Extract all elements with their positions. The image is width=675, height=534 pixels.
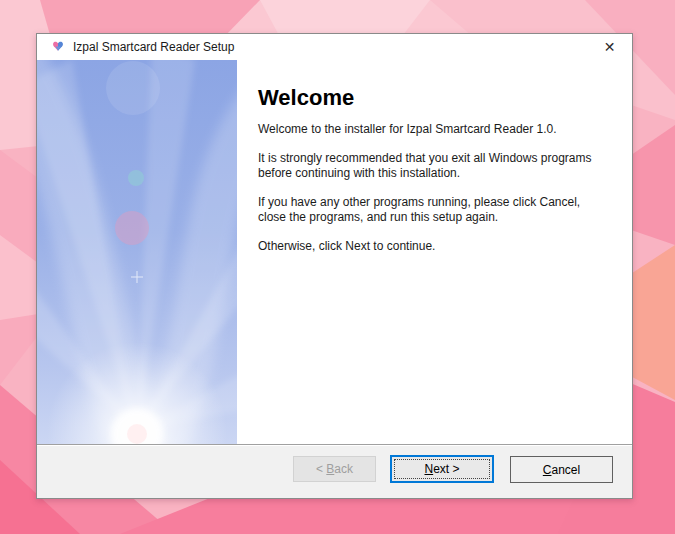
back-button[interactable]: < Back — [293, 456, 376, 482]
wizard-content: Welcome Welcome to the installer for Izp… — [237, 60, 632, 444]
titlebar[interactable]: Izpal Smartcard Reader Setup ✕ — [37, 34, 632, 60]
recommendation-text: It is strongly recommended that you exit… — [258, 151, 608, 181]
next-instruction-text: Otherwise, click Next to continue. — [258, 239, 608, 254]
close-button[interactable]: ✕ — [587, 34, 632, 60]
back-button-label-pre: < — [316, 462, 326, 476]
button-bar: < Back Next > Cancel — [37, 444, 632, 498]
wizard-banner-image — [37, 60, 237, 444]
cancel-button-label-post: ancel — [551, 463, 580, 477]
window-title: Izpal Smartcard Reader Setup — [73, 40, 234, 54]
page-title: Welcome — [258, 85, 608, 111]
setup-wizard-window: Izpal Smartcard Reader Setup ✕ — [36, 33, 633, 499]
next-button-label-post: ext > — [433, 462, 459, 476]
back-button-label-post: ack — [334, 462, 353, 476]
next-button-accel: N — [424, 462, 433, 476]
heart-icon — [50, 39, 66, 55]
wizard-body: Welcome Welcome to the installer for Izp… — [37, 60, 632, 444]
welcome-text: Welcome to the installer for Izpal Smart… — [258, 122, 608, 137]
cancel-instruction-text: If you have any other programs running, … — [258, 195, 608, 225]
cancel-button[interactable]: Cancel — [510, 456, 613, 483]
next-button[interactable]: Next > — [390, 455, 494, 483]
close-icon: ✕ — [604, 39, 616, 55]
